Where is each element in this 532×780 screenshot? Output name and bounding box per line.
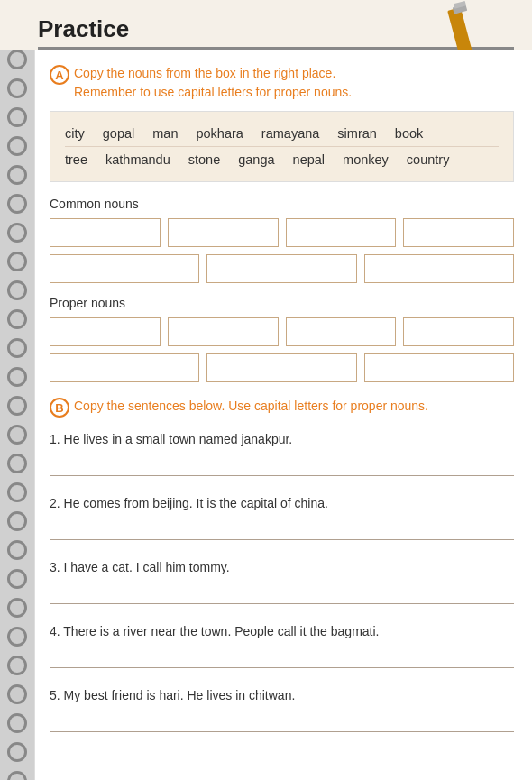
word-nepal: nepal: [293, 152, 325, 167]
sentence-4-line[interactable]: [50, 648, 514, 668]
sentence-4: 4. There is a river near the town. Peopl…: [50, 622, 514, 668]
spiral-ring: [7, 107, 27, 127]
common-noun-box-6[interactable]: [206, 254, 356, 283]
svg-rect-0: [447, 7, 472, 56]
section-a-circle: A: [50, 65, 69, 85]
word-simran: simran: [337, 126, 377, 141]
spiral-binding: [0, 50, 34, 780]
spiral-ring: [7, 482, 27, 502]
common-noun-box-1[interactable]: [50, 218, 161, 247]
common-nouns-label: Common nouns: [50, 197, 514, 211]
spiral-ring: [7, 742, 27, 762]
common-noun-box-5[interactable]: [50, 254, 199, 283]
section-b-instructions: Copy the sentences below. Use capital le…: [74, 397, 428, 416]
word-stone: stone: [188, 152, 220, 167]
proper-noun-box-4[interactable]: [403, 317, 514, 346]
spiral-ring: [7, 569, 27, 589]
word-country: country: [407, 152, 450, 167]
spiral-ring: [7, 194, 27, 214]
proper-nouns-section: Proper nouns: [50, 296, 514, 382]
common-noun-box-2[interactable]: [168, 218, 279, 247]
word-pokhara: pokhara: [196, 126, 243, 141]
spiral-ring: [7, 656, 27, 675]
header: Practice: [0, 0, 532, 50]
word-city: city: [65, 126, 85, 141]
sentence-3: 3. I have a cat. I call him tommy.: [50, 558, 514, 604]
proper-nouns-row2: [50, 353, 514, 382]
spiral-ring: [7, 396, 27, 416]
proper-noun-box-5[interactable]: [50, 353, 199, 382]
sentence-2: 2. He comes from beijing. It is the capi…: [50, 494, 514, 540]
spiral-ring: [7, 50, 27, 69]
spiral-ring: [7, 684, 27, 704]
sentence-4-text: 4. There is a river near the town. Peopl…: [50, 622, 514, 641]
common-noun-box-3[interactable]: [286, 218, 397, 247]
sentence-5-line[interactable]: [50, 712, 514, 732]
spiral-ring: [7, 540, 27, 560]
spiral-ring: [7, 78, 27, 98]
sentence-1-text: 1. He lives in a small town named janakp…: [50, 430, 514, 449]
sentence-5: 5. My best friend is hari. He lives in c…: [50, 686, 514, 732]
sentence-3-text: 3. I have a cat. I call him tommy.: [50, 558, 514, 577]
sentence-2-text: 2. He comes from beijing. It is the capi…: [50, 494, 514, 513]
spiral-ring: [7, 309, 27, 329]
proper-noun-box-3[interactable]: [286, 317, 397, 346]
proper-noun-box-7[interactable]: [364, 353, 514, 382]
spiral-ring: [7, 627, 27, 647]
spiral-ring: [7, 511, 27, 531]
spiral-ring: [7, 136, 27, 156]
section-b-header: B Copy the sentences below. Use capital …: [50, 397, 514, 418]
spiral-ring: [7, 223, 27, 243]
word-book: book: [395, 126, 423, 141]
proper-nouns-row1: [50, 317, 514, 346]
proper-noun-box-2[interactable]: [168, 317, 279, 346]
main-content: A Copy the nouns from the box in the rig…: [34, 50, 532, 780]
word-box: city gopal man pokhara ramayana simran b…: [50, 111, 514, 182]
word-gopal: gopal: [103, 126, 134, 141]
word-row-1: city gopal man pokhara ramayana simran b…: [65, 121, 499, 147]
spiral-ring: [7, 454, 27, 473]
common-nouns-section: Common nouns: [50, 197, 514, 283]
spiral-ring: [7, 280, 27, 300]
sentence-1: 1. He lives in a small town named janakp…: [50, 430, 514, 476]
sentence-3-line[interactable]: [50, 584, 514, 604]
proper-noun-box-1[interactable]: [50, 317, 161, 346]
word-kathmandu: kathmandu: [105, 152, 170, 167]
spiral-ring: [7, 713, 27, 733]
sentence-1-line[interactable]: [50, 456, 514, 476]
section-a-instructions: Copy the nouns from the box in the right…: [74, 64, 352, 102]
spiral-ring: [7, 252, 27, 271]
common-nouns-row2: [50, 254, 514, 283]
word-man: man: [152, 126, 178, 141]
section-a-header: A Copy the nouns from the box in the rig…: [50, 64, 514, 102]
proper-nouns-label: Proper nouns: [50, 296, 514, 310]
common-nouns-row1: [50, 218, 514, 247]
section-b-circle: B: [50, 398, 69, 418]
spiral-ring: [7, 165, 27, 185]
spiral-ring: [7, 338, 27, 358]
word-ramayana: ramayana: [261, 126, 319, 141]
word-monkey: monkey: [343, 152, 389, 167]
word-row-2: tree kathmandu stone ganga nepal monkey …: [65, 147, 499, 172]
spiral-ring: [7, 425, 27, 445]
sentence-5-text: 5. My best friend is hari. He lives in c…: [50, 686, 514, 705]
word-tree: tree: [65, 152, 87, 167]
proper-noun-box-6[interactable]: [206, 353, 356, 382]
spiral-ring: [7, 771, 27, 780]
spiral-ring: [7, 367, 27, 387]
common-noun-box-7[interactable]: [364, 254, 514, 283]
word-ganga: ganga: [238, 152, 274, 167]
common-noun-box-4[interactable]: [403, 218, 514, 247]
sentence-2-line[interactable]: [50, 520, 514, 540]
spiral-ring: [7, 598, 27, 618]
